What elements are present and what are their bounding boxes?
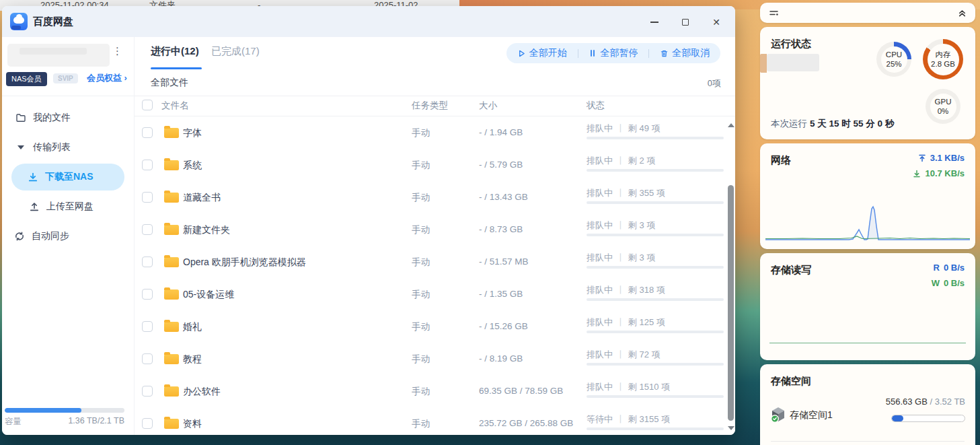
- pause-all-button[interactable]: 全部暂停: [589, 47, 638, 59]
- task-row[interactable]: 新建文件夹手动- / 8.73 GB排队中丨剩 3 项: [135, 213, 735, 246]
- sidebar-item-label: 传输列表: [33, 141, 71, 153]
- task-status: 等待中丨剩 3155 项: [587, 413, 670, 425]
- device-name-blur-edge: [760, 54, 767, 73]
- status-text: 排队中: [587, 349, 613, 360]
- disk-io-title: 存储读写: [771, 264, 811, 277]
- task-size: - / 1.35 GB: [479, 289, 523, 299]
- task-row[interactable]: 系统手动- / 5.79 GB排队中丨剩 2 项: [135, 149, 735, 181]
- gpu-gauge: GPU0%: [926, 89, 960, 124]
- storage-pool-name[interactable]: 存储空间1: [790, 409, 833, 421]
- task-row[interactable]: 05-设备运维手动- / 1.35 GB排队中丨剩 318 项: [135, 278, 735, 310]
- status-remaining: 剩 1510 项: [628, 382, 670, 392]
- scrollbar-down-arrow[interactable]: [728, 426, 734, 430]
- row-checkbox[interactable]: [142, 224, 153, 235]
- disk-io-card: 存储读写 R 0 B/s W 0 B/s: [760, 253, 975, 360]
- task-name: Opera 欧朋手机浏览器模拟器: [183, 256, 306, 269]
- all-files-label[interactable]: 全部文件: [151, 77, 188, 89]
- task-row[interactable]: 婚礼手动- / 15.26 GB排队中丨剩 125 项: [135, 310, 735, 343]
- sidebar-item-my-files[interactable]: 我的文件: [2, 106, 134, 130]
- task-type: 手动: [412, 256, 430, 269]
- storage-used: 556.63 GB: [886, 397, 928, 407]
- nas-member-badge: NAS会员: [6, 72, 47, 86]
- pause-icon: [589, 49, 597, 57]
- row-checkbox[interactable]: [142, 127, 153, 138]
- member-benefits-link[interactable]: 会员权益 ›: [87, 72, 127, 84]
- row-checkbox[interactable]: [142, 192, 153, 203]
- download-arrow-icon: [913, 170, 921, 178]
- scrollbar-up-arrow[interactable]: [728, 123, 734, 127]
- task-row[interactable]: 道藏全书手动- / 13.43 GB排队中丨剩 355 项: [135, 181, 735, 213]
- select-all-checkbox[interactable]: [142, 100, 153, 110]
- status-remaining: 剩 125 项: [628, 317, 665, 327]
- close-button[interactable]: ✕: [708, 16, 725, 28]
- task-type: 手动: [412, 127, 430, 139]
- divider: [771, 441, 965, 442]
- task-name: 字体: [183, 127, 202, 139]
- user-name-blurred: [7, 44, 110, 67]
- separator: [648, 49, 649, 58]
- maximize-button[interactable]: [677, 16, 694, 28]
- capacity-value: 1.36 TB/2.1 TB: [2, 416, 124, 425]
- column-filename[interactable]: 文件名: [161, 100, 189, 112]
- cancel-all-button[interactable]: 全部取消: [660, 47, 710, 59]
- task-name: 办公软件: [183, 386, 221, 398]
- status-text: 排队中: [587, 285, 613, 295]
- sidebar-item-upload-to-pan[interactable]: 上传至网盘: [2, 195, 134, 219]
- row-checkbox[interactable]: [142, 353, 153, 364]
- folder-icon: [164, 257, 179, 267]
- user-menu-kebab-icon[interactable]: ⋮: [112, 45, 122, 57]
- task-size: - / 5.79 GB: [479, 160, 523, 170]
- status-text: 等待中: [587, 414, 613, 424]
- task-type: 手动: [412, 386, 430, 398]
- task-name: 婚礼: [183, 321, 202, 333]
- item-count: 0项: [708, 77, 721, 90]
- column-task-type[interactable]: 任务类型: [412, 100, 448, 112]
- column-status[interactable]: 状态: [587, 100, 605, 112]
- separator: [578, 49, 578, 58]
- column-size[interactable]: 大小: [479, 100, 497, 112]
- logo-ribbon: [11, 26, 21, 30]
- svip-badge: SVIP: [53, 73, 78, 83]
- sidebar-item-download-to-nas[interactable]: 下载至NAS: [11, 164, 124, 191]
- row-checkbox[interactable]: [142, 289, 153, 300]
- task-row[interactable]: 办公软件手动69.35 GB / 78.59 GB排队中丨剩 1510 项: [135, 375, 735, 407]
- tab-in-progress[interactable]: 进行中(12): [151, 45, 199, 58]
- task-name: 资料: [183, 418, 202, 430]
- tab-completed[interactable]: 已完成(17): [211, 45, 260, 58]
- task-row[interactable]: 字体手动- / 1.94 GB排队中丨剩 49 项: [135, 116, 735, 149]
- sidebar-item-label: 我的文件: [33, 112, 71, 124]
- row-checkbox[interactable]: [142, 386, 153, 397]
- status-remaining: 剩 318 项: [628, 285, 665, 295]
- row-checkbox[interactable]: [142, 321, 153, 332]
- sidebar-item-transfer-list[interactable]: 传输列表: [2, 135, 134, 160]
- status-separator: 丨: [616, 252, 625, 263]
- task-row[interactable]: Opera 欧朋手机浏览器模拟器手动- / 51.57 MB排队中丨剩 3 项: [135, 246, 735, 278]
- task-status: 排队中丨剩 2 项: [587, 155, 655, 167]
- row-checkbox[interactable]: [142, 160, 153, 170]
- task-row[interactable]: 教程手动- / 8.19 GB排队中丨剩 72 项: [135, 343, 735, 375]
- task-row[interactable]: 资料手动235.72 GB / 265.88 GB等待中丨剩 3155 项: [135, 407, 735, 435]
- task-name: 新建文件夹: [183, 224, 230, 236]
- status-remaining: 剩 3 项: [628, 252, 655, 263]
- minimize-button[interactable]: [646, 16, 663, 28]
- task-progress-bar: [587, 331, 724, 333]
- row-checkbox[interactable]: [142, 256, 153, 267]
- task-status: 排队中丨剩 318 项: [587, 284, 665, 296]
- sidebar: ⋮ NAS会员 SVIP 会员权益 › 我的文件 传输列表 下载至NAS: [2, 37, 134, 435]
- start-all-button[interactable]: 全部开始: [517, 47, 567, 59]
- scrollbar-thumb[interactable]: [728, 185, 734, 421]
- status-text: 排队中: [587, 156, 613, 166]
- row-checkbox[interactable]: [142, 418, 153, 429]
- task-type: 手动: [412, 192, 430, 204]
- write-speed: W 0 B/s: [932, 278, 965, 288]
- table-header: 文件名 任务类型 大小 状态: [135, 96, 735, 116]
- upload-icon: [29, 201, 40, 212]
- baidu-netdisk-window: 百度网盘 ✕ ⋮ NAS会员 SVIP 会员权益 › 我的文件 传输列表: [2, 6, 735, 435]
- task-progress-bar: [587, 427, 724, 430]
- task-name: 教程: [183, 353, 202, 366]
- write-label: W: [932, 278, 940, 288]
- sidebar-item-auto-sync[interactable]: 自动同步: [2, 224, 134, 248]
- collapse-chevrons-icon[interactable]: [958, 8, 967, 20]
- cpu-gauge: CPU25%: [876, 42, 911, 77]
- panel-menu-icon[interactable]: [769, 8, 780, 20]
